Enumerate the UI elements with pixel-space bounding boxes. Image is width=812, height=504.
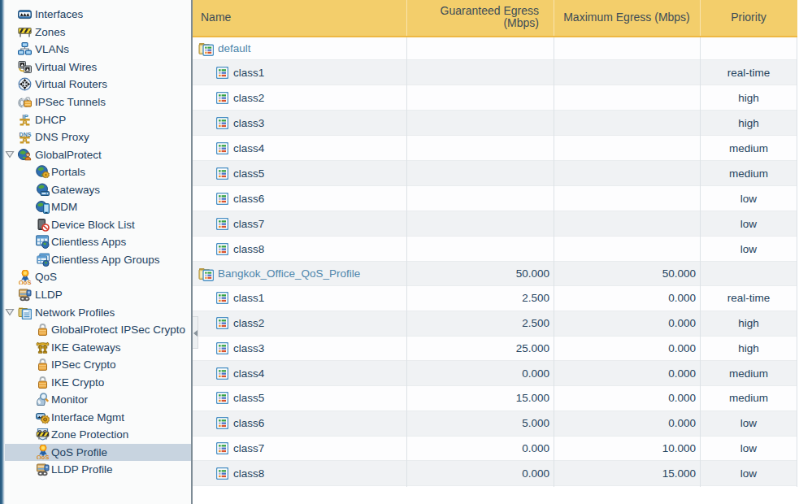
svg-text:QoS: QoS bbox=[19, 279, 31, 285]
svg-text:QoS: QoS bbox=[37, 454, 49, 459]
svg-text:DNS: DNS bbox=[20, 131, 32, 137]
